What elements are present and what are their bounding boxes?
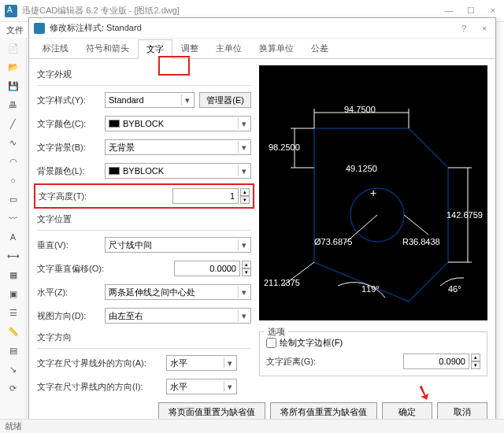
spin-down-icon: ▾ (240, 196, 250, 204)
label-text-gap: 文字距离(G): (266, 356, 329, 368)
row-text-height: 文字高度(T): ▴▾ (39, 188, 250, 204)
dim-value: 142.6759 (447, 210, 483, 220)
tab-text[interactable]: 文字 (138, 39, 172, 59)
left-toolbar: 📄 📂 💾 🖶 ╱ ∿ ◠ ○ ▭ 〰 A ⟷ ▦ ▣ ☰ 📏 ▤ ↘ ⟳ (0, 38, 27, 430)
chevron-down-icon: ▾ (224, 381, 235, 392)
row-offset: 文字垂直偏移(O): ▴▾ (37, 261, 251, 276)
app-title: 迅捷CAD编辑器 6.2 专业版 - [图纸2.dwg] (22, 5, 443, 17)
spinner-offset[interactable]: ▴▾ (242, 261, 251, 276)
chevron-down-icon: ▾ (238, 310, 249, 321)
color-swatch (109, 120, 120, 128)
spinner-text-gap[interactable]: ▴▾ (471, 353, 480, 369)
menu-file-truncated[interactable]: 文件 (6, 24, 24, 36)
row-horizontal: 水平(Z): 两条延伸线之间中心处▾ (37, 284, 251, 300)
input-offset[interactable] (174, 261, 240, 276)
open-icon[interactable]: 📂 (6, 60, 20, 74)
spin-up-icon: ▴ (471, 353, 480, 361)
row-bg-color: 背景颜色(L): BYBLOCK▾ (37, 163, 251, 179)
combo-vertical[interactable]: 尺寸线中间▾ (105, 237, 251, 253)
color-swatch (109, 167, 120, 175)
file-icon[interactable]: 📄 (6, 41, 20, 55)
maximize-button[interactable]: ☐ (465, 6, 477, 16)
dim-icon[interactable]: ⟷ (6, 249, 20, 263)
print-icon[interactable]: 🖶 (6, 98, 20, 112)
preview-panel: + 94.7500 98.2500 49.1250 Ø73.6875 R36.8… (259, 65, 487, 320)
label-text-frame: 绘制文字边框(F) (280, 337, 343, 349)
input-text-height[interactable] (172, 188, 239, 204)
checkbox-text-frame[interactable] (266, 338, 276, 348)
row-text-style: 文字样式(Y): Standard▾ 管理器(E) (37, 92, 251, 108)
dim-value: Ø73.6875 (314, 237, 352, 246)
spin-up-icon: ▴ (240, 188, 250, 196)
label-inside-dir: 文字在尺寸界线内的方向(I): (37, 381, 166, 393)
dim-value: R36.8438 (402, 237, 440, 246)
layer-icon[interactable]: ☰ (6, 305, 20, 320)
dim-value: 98.2500 (269, 142, 300, 152)
chevron-down-icon: ▾ (224, 357, 235, 368)
block-icon[interactable]: ▣ (6, 287, 20, 301)
row-vertical: 垂直(V): 尺寸线中间▾ (37, 237, 251, 253)
dim-value: 94.7500 (344, 105, 376, 114)
combo-text-style[interactable]: Standard▾ (105, 92, 195, 108)
row-text-bg: 文字背景(B): 无背景▾ (37, 139, 251, 155)
dialog-icon (34, 23, 45, 34)
chevron-down-icon: ▾ (181, 94, 192, 105)
label-horizontal: 水平(Z): (37, 287, 105, 298)
save-icon[interactable]: 💾 (6, 79, 20, 93)
label-viewdir: 视图方向(D): (37, 310, 105, 322)
label-bg-color: 背景颜色(L): (37, 165, 105, 177)
left-pane: 文字外观 文字样式(Y): Standard▾ 管理器(E) 文字颜色(C): … (37, 65, 251, 402)
tab-primary[interactable]: 主单位 (207, 39, 250, 58)
combo-outside-dir[interactable]: 水平▾ (166, 355, 237, 371)
hatch-icon[interactable]: ▦ (6, 268, 20, 282)
arc-icon[interactable]: ◠ (6, 154, 20, 168)
window-buttons: — ☐ × (443, 6, 499, 16)
row-viewdir: 视图方向(D): 由左至右▾ (37, 308, 251, 324)
combo-inside-dir[interactable]: 水平▾ (166, 379, 237, 394)
tab-tolerance[interactable]: 公差 (302, 39, 337, 58)
tab-symbols[interactable]: 符号和箭头 (77, 39, 138, 58)
label-text-bg: 文字背景(B): (37, 142, 105, 154)
dialog-help-button[interactable]: ? (458, 24, 470, 33)
dimstyle-dialog: 修改标注样式: Standard ? × 标注线 符号和箭头 文字 调整 主单位… (28, 17, 496, 427)
rect-icon[interactable]: ▭ (6, 192, 20, 206)
chevron-down-icon: ▾ (238, 287, 249, 298)
measure-icon[interactable]: 📏 (6, 324, 20, 339)
combo-horizontal[interactable]: 两条延伸线之间中心处▾ (105, 284, 251, 300)
refresh-icon[interactable]: ⟳ (6, 381, 20, 395)
status-text: 就绪 (5, 420, 22, 432)
combo-text-bg[interactable]: 无背景▾ (105, 139, 251, 155)
circle-icon[interactable]: ○ (6, 173, 20, 187)
crosshair-icon: + (370, 187, 376, 199)
dim-value: 46° (448, 284, 461, 294)
text-icon[interactable]: A (6, 230, 20, 244)
minimize-button[interactable]: — (443, 6, 455, 16)
manager-button[interactable]: 管理器(E) (199, 92, 251, 108)
spline-icon[interactable]: 〰 (6, 211, 20, 225)
svg-marker-0 (314, 128, 448, 302)
combo-bg-color[interactable]: BYBLOCK▾ (105, 163, 251, 179)
chevron-down-icon: ▾ (238, 142, 249, 153)
row-outside-dir: 文字在尺寸界线外的方向(A): 水平▾ (37, 355, 251, 371)
spin-down-icon: ▾ (471, 361, 480, 369)
close-button[interactable]: × (487, 6, 499, 16)
app-icon (5, 5, 17, 17)
line-icon[interactable]: ╱ (6, 117, 20, 131)
combo-text-color[interactable]: BYBLOCK▾ (105, 116, 251, 131)
dialog-close-button[interactable]: × (478, 24, 491, 33)
dialog-tabs: 标注线 符号和箭头 文字 调整 主单位 换算单位 公差 (29, 39, 495, 59)
label-outside-dir: 文字在尺寸界线外的方向(A): (37, 357, 166, 369)
tab-dimlines[interactable]: 标注线 (34, 39, 77, 58)
tab-alternate[interactable]: 换算单位 (250, 39, 302, 58)
combo-viewdir[interactable]: 由左至右▾ (105, 308, 251, 324)
chevron-down-icon: ▾ (238, 118, 249, 129)
row-inside-dir: 文字在尺寸界线内的方向(I): 水平▾ (37, 379, 251, 394)
label-text-color: 文字颜色(C): (37, 118, 105, 130)
tab-fit[interactable]: 调整 (172, 39, 207, 58)
input-text-gap[interactable] (403, 353, 469, 369)
leader-icon[interactable]: ↘ (6, 362, 20, 376)
table-icon[interactable]: ▤ (6, 343, 20, 357)
group-text-appearance: 文字外观 (37, 68, 251, 80)
spinner-text-height[interactable]: ▴▾ (240, 188, 250, 204)
polyline-icon[interactable]: ∿ (6, 135, 20, 150)
